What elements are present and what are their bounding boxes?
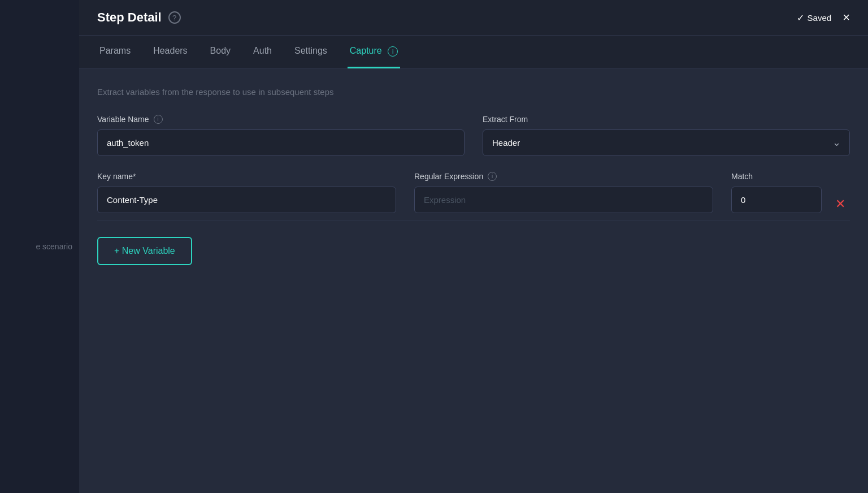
form-row-2: Key name* Regular Expression i Match ✕	[97, 172, 850, 216]
divider	[97, 220, 850, 221]
expression-input[interactable]	[414, 187, 713, 213]
tab-settings[interactable]: Settings	[292, 36, 329, 68]
extract-from-group: Extract From Header Body Status Code ⌄	[483, 115, 850, 156]
tab-auth[interactable]: Auth	[251, 36, 274, 68]
key-name-group: Key name*	[97, 172, 396, 213]
match-group: Match	[731, 172, 822, 213]
extract-from-label: Extract From	[483, 115, 850, 124]
regex-group: Regular Expression i	[414, 172, 713, 213]
regex-label: Regular Expression i	[414, 172, 713, 181]
saved-label: Saved	[808, 13, 832, 23]
key-name-input[interactable]	[97, 187, 396, 213]
extract-from-wrapper: Header Body Status Code ⌄	[483, 129, 850, 156]
tabs-bar: Params Headers Body Auth Settings Captur…	[79, 36, 868, 69]
variable-name-label: Variable Name i	[97, 115, 465, 124]
form-row-1: Variable Name i Extract From Header Body…	[97, 115, 850, 156]
capture-info-icon: i	[388, 46, 398, 57]
close-button[interactable]: ×	[843, 11, 850, 24]
panel-header: Step Detail ? ✓ Saved ×	[79, 0, 868, 36]
header-right: ✓ Saved ×	[797, 11, 850, 24]
form-fields-area: Key name* Regular Expression i Match	[97, 172, 822, 213]
variable-name-group: Variable Name i	[97, 115, 465, 156]
tab-params[interactable]: Params	[97, 36, 133, 68]
tab-body[interactable]: Body	[208, 36, 233, 68]
regex-info-icon: i	[488, 172, 497, 181]
match-label: Match	[731, 172, 822, 181]
tab-headers[interactable]: Headers	[151, 36, 189, 68]
variable-name-info-icon: i	[154, 115, 163, 124]
sidebar-scenario-text: e scenario	[36, 242, 72, 251]
new-variable-button[interactable]: + New Variable	[97, 237, 192, 265]
key-name-label: Key name*	[97, 172, 396, 181]
panel-title: Step Detail	[97, 10, 162, 25]
delete-row-button[interactable]: ✕	[831, 192, 850, 216]
match-input[interactable]	[731, 187, 822, 213]
header-left: Step Detail ?	[97, 10, 181, 25]
content-area: Extract variables from the response to u…	[79, 69, 868, 493]
saved-indicator: ✓ Saved	[797, 12, 832, 23]
help-icon[interactable]: ?	[168, 11, 181, 24]
variable-name-input[interactable]	[97, 129, 465, 156]
sidebar: e scenario	[0, 0, 79, 493]
extract-from-select[interactable]: Header Body Status Code	[483, 129, 850, 156]
tab-capture[interactable]: Capture i	[348, 36, 400, 68]
description-text: Extract variables from the response to u…	[97, 87, 850, 97]
checkmark-icon: ✓	[797, 12, 804, 23]
new-variable-label: + New Variable	[114, 246, 175, 256]
main-panel: Step Detail ? ✓ Saved × Params Headers B…	[79, 0, 868, 493]
